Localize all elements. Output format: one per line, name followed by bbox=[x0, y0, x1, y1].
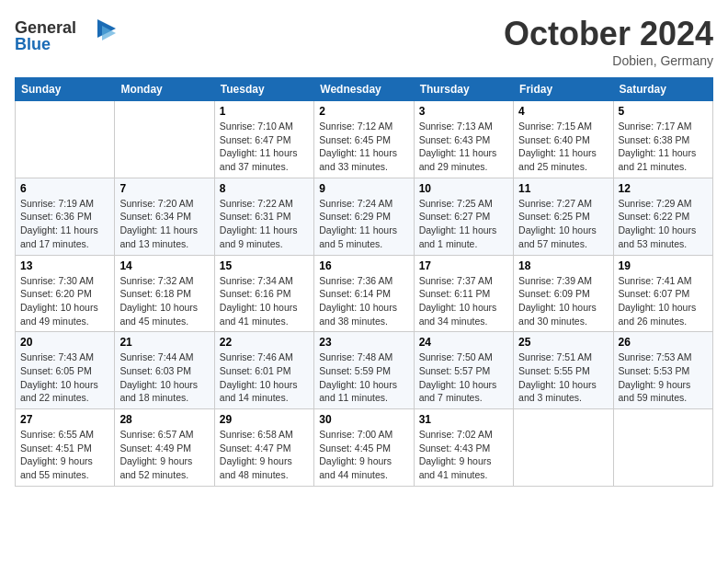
day-detail: Sunrise: 7:19 AMSunset: 6:36 PMDaylight:… bbox=[20, 197, 109, 251]
day-number: 31 bbox=[419, 413, 508, 426]
day-detail: Sunrise: 7:41 AMSunset: 6:07 PMDaylight:… bbox=[619, 274, 708, 328]
day-number: 25 bbox=[518, 336, 608, 349]
calendar-cell: 27Sunrise: 6:55 AMSunset: 4:51 PMDayligh… bbox=[16, 409, 115, 487]
day-detail: Sunrise: 6:55 AMSunset: 4:51 PMDaylight:… bbox=[20, 428, 109, 482]
page-header: General Blue October 2024 Dobien, German… bbox=[15, 15, 713, 68]
day-number: 14 bbox=[119, 259, 209, 272]
day-number: 3 bbox=[419, 105, 508, 118]
calendar-body: 1Sunrise: 7:10 AMSunset: 6:47 PMDaylight… bbox=[16, 101, 713, 487]
day-number: 29 bbox=[220, 413, 309, 426]
month-title: October 2024 bbox=[504, 15, 713, 53]
day-detail: Sunrise: 7:43 AMSunset: 6:05 PMDaylight:… bbox=[20, 350, 109, 405]
day-detail: Sunrise: 7:37 AMSunset: 6:11 PMDaylight:… bbox=[419, 274, 508, 328]
weekday-header-sunday: Sunday bbox=[16, 78, 115, 101]
day-detail: Sunrise: 7:48 AMSunset: 5:59 PMDaylight:… bbox=[319, 350, 408, 405]
day-detail: Sunrise: 7:25 AMSunset: 6:27 PMDaylight:… bbox=[419, 197, 508, 251]
calendar-cell: 25Sunrise: 7:51 AMSunset: 5:55 PMDayligh… bbox=[514, 332, 613, 409]
calendar-cell: 2Sunrise: 7:12 AMSunset: 6:45 PMDaylight… bbox=[314, 101, 414, 178]
day-number: 15 bbox=[220, 259, 309, 272]
day-detail: Sunrise: 7:24 AMSunset: 6:29 PMDaylight:… bbox=[319, 197, 408, 251]
calendar-cell: 19Sunrise: 7:41 AMSunset: 6:07 PMDayligh… bbox=[613, 255, 712, 332]
calendar-cell: 29Sunrise: 6:58 AMSunset: 4:47 PMDayligh… bbox=[214, 409, 313, 487]
day-number: 6 bbox=[20, 182, 109, 195]
calendar-cell: 8Sunrise: 7:22 AMSunset: 6:31 PMDaylight… bbox=[214, 178, 313, 255]
calendar-cell: 30Sunrise: 7:00 AMSunset: 4:45 PMDayligh… bbox=[314, 409, 414, 487]
calendar-week-3: 13Sunrise: 7:30 AMSunset: 6:20 PMDayligh… bbox=[16, 255, 713, 332]
day-detail: Sunrise: 7:22 AMSunset: 6:31 PMDaylight:… bbox=[220, 197, 309, 251]
calendar-cell bbox=[514, 409, 613, 487]
weekday-header-monday: Monday bbox=[115, 78, 214, 101]
logo: General Blue bbox=[15, 15, 116, 60]
day-number: 26 bbox=[619, 336, 708, 349]
day-detail: Sunrise: 7:29 AMSunset: 6:22 PMDaylight:… bbox=[619, 197, 708, 251]
day-number: 5 bbox=[619, 105, 708, 118]
weekday-header-tuesday: Tuesday bbox=[214, 78, 313, 101]
weekday-header-row: SundayMondayTuesdayWednesdayThursdayFrid… bbox=[16, 78, 713, 101]
day-number: 21 bbox=[119, 336, 209, 349]
calendar-cell: 13Sunrise: 7:30 AMSunset: 6:20 PMDayligh… bbox=[16, 255, 115, 332]
day-number: 22 bbox=[220, 336, 309, 349]
calendar-cell: 28Sunrise: 6:57 AMSunset: 4:49 PMDayligh… bbox=[115, 409, 214, 487]
day-detail: Sunrise: 7:36 AMSunset: 6:14 PMDaylight:… bbox=[319, 274, 408, 328]
day-number: 10 bbox=[419, 182, 508, 195]
calendar-cell: 4Sunrise: 7:15 AMSunset: 6:40 PMDaylight… bbox=[514, 101, 613, 178]
day-number: 18 bbox=[518, 259, 608, 272]
day-detail: Sunrise: 7:50 AMSunset: 5:57 PMDaylight:… bbox=[419, 350, 508, 405]
day-number: 20 bbox=[20, 336, 109, 349]
svg-text:Blue: Blue bbox=[15, 35, 51, 53]
day-number: 12 bbox=[619, 182, 708, 195]
day-number: 23 bbox=[319, 336, 408, 349]
day-detail: Sunrise: 6:57 AMSunset: 4:49 PMDaylight:… bbox=[119, 428, 209, 482]
day-number: 24 bbox=[419, 336, 508, 349]
day-number: 27 bbox=[20, 413, 109, 426]
calendar-week-1: 1Sunrise: 7:10 AMSunset: 6:47 PMDaylight… bbox=[16, 101, 713, 178]
weekday-header-friday: Friday bbox=[514, 78, 613, 101]
logo-text: General Blue bbox=[15, 15, 116, 60]
day-number: 28 bbox=[119, 413, 209, 426]
day-number: 4 bbox=[518, 105, 608, 118]
calendar-cell: 10Sunrise: 7:25 AMSunset: 6:27 PMDayligh… bbox=[414, 178, 513, 255]
day-number: 11 bbox=[518, 182, 608, 195]
calendar-cell: 18Sunrise: 7:39 AMSunset: 6:09 PMDayligh… bbox=[514, 255, 613, 332]
svg-text:General: General bbox=[15, 18, 76, 37]
calendar-cell: 14Sunrise: 7:32 AMSunset: 6:18 PMDayligh… bbox=[115, 255, 214, 332]
calendar-cell: 22Sunrise: 7:46 AMSunset: 6:01 PMDayligh… bbox=[214, 332, 313, 409]
calendar-cell: 17Sunrise: 7:37 AMSunset: 6:11 PMDayligh… bbox=[414, 255, 513, 332]
day-detail: Sunrise: 6:58 AMSunset: 4:47 PMDaylight:… bbox=[220, 428, 309, 482]
day-detail: Sunrise: 7:44 AMSunset: 6:03 PMDaylight:… bbox=[119, 350, 209, 405]
calendar-cell bbox=[16, 101, 115, 178]
day-detail: Sunrise: 7:32 AMSunset: 6:18 PMDaylight:… bbox=[119, 274, 209, 328]
calendar-table: SundayMondayTuesdayWednesdayThursdayFrid… bbox=[15, 77, 713, 487]
calendar-cell: 20Sunrise: 7:43 AMSunset: 6:05 PMDayligh… bbox=[16, 332, 115, 409]
calendar-cell: 7Sunrise: 7:20 AMSunset: 6:34 PMDaylight… bbox=[115, 178, 214, 255]
calendar-cell: 23Sunrise: 7:48 AMSunset: 5:59 PMDayligh… bbox=[314, 332, 414, 409]
calendar-cell: 1Sunrise: 7:10 AMSunset: 6:47 PMDaylight… bbox=[214, 101, 313, 178]
day-detail: Sunrise: 7:17 AMSunset: 6:38 PMDaylight:… bbox=[619, 120, 708, 174]
day-detail: Sunrise: 7:39 AMSunset: 6:09 PMDaylight:… bbox=[518, 274, 608, 328]
day-number: 1 bbox=[220, 105, 309, 118]
day-number: 7 bbox=[119, 182, 209, 195]
weekday-header-thursday: Thursday bbox=[414, 78, 513, 101]
day-number: 2 bbox=[319, 105, 408, 118]
title-block: October 2024 Dobien, Germany bbox=[504, 15, 713, 68]
day-detail: Sunrise: 7:34 AMSunset: 6:16 PMDaylight:… bbox=[220, 274, 309, 328]
calendar-cell: 24Sunrise: 7:50 AMSunset: 5:57 PMDayligh… bbox=[414, 332, 513, 409]
day-detail: Sunrise: 7:02 AMSunset: 4:43 PMDaylight:… bbox=[419, 428, 508, 482]
day-detail: Sunrise: 7:51 AMSunset: 5:55 PMDaylight:… bbox=[518, 350, 608, 405]
weekday-header-saturday: Saturday bbox=[613, 78, 712, 101]
calendar-cell: 9Sunrise: 7:24 AMSunset: 6:29 PMDaylight… bbox=[314, 178, 414, 255]
calendar-cell: 5Sunrise: 7:17 AMSunset: 6:38 PMDaylight… bbox=[613, 101, 712, 178]
calendar-cell: 15Sunrise: 7:34 AMSunset: 6:16 PMDayligh… bbox=[214, 255, 313, 332]
day-detail: Sunrise: 7:46 AMSunset: 6:01 PMDaylight:… bbox=[220, 350, 309, 405]
calendar-week-5: 27Sunrise: 6:55 AMSunset: 4:51 PMDayligh… bbox=[16, 409, 713, 487]
day-number: 19 bbox=[619, 259, 708, 272]
calendar-week-2: 6Sunrise: 7:19 AMSunset: 6:36 PMDaylight… bbox=[16, 178, 713, 255]
day-detail: Sunrise: 7:27 AMSunset: 6:25 PMDaylight:… bbox=[518, 197, 608, 251]
weekday-header-wednesday: Wednesday bbox=[314, 78, 414, 101]
day-detail: Sunrise: 7:15 AMSunset: 6:40 PMDaylight:… bbox=[518, 120, 608, 174]
day-number: 16 bbox=[319, 259, 408, 272]
day-number: 9 bbox=[319, 182, 408, 195]
calendar-cell: 26Sunrise: 7:53 AMSunset: 5:53 PMDayligh… bbox=[613, 332, 712, 409]
calendar-cell: 6Sunrise: 7:19 AMSunset: 6:36 PMDaylight… bbox=[16, 178, 115, 255]
calendar-cell bbox=[115, 101, 214, 178]
